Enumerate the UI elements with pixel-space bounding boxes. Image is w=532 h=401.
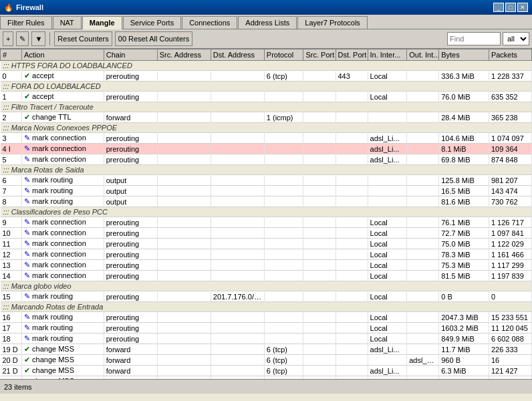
table-cell — [336, 271, 368, 281]
table-cell: ✎ mark routing — [22, 312, 104, 323]
tab-layer7-protocols[interactable]: Layer7 Protocols — [297, 16, 368, 29]
item-count: 23 items — [4, 383, 32, 391]
table-cell — [211, 186, 264, 196]
table-row[interactable]: 16✎ mark routingpreroutingLocal2047.3 Mi… — [1, 312, 532, 323]
reset-all-counters-button[interactable]: 00 Reset All Counters — [115, 31, 192, 46]
table-row[interactable]: 5✎ mark connectionpreroutingadsl_Li...69… — [1, 154, 532, 165]
col-header-dst-addr[interactable]: Dst. Address — [211, 49, 264, 61]
table-row[interactable]: 20 D✔ change MSSforward6 (tcp)adsl_Li...… — [1, 355, 532, 366]
mangle-table-container: # Action Chain Src. Address Dst. Address… — [0, 49, 532, 379]
table-cell: ✎ mark connection — [22, 133, 104, 144]
col-header-src-addr[interactable]: Src. Address — [157, 49, 211, 61]
table-row[interactable]: 15✎ mark routingprerouting201.7.176.0/20… — [1, 291, 532, 302]
col-header-dst-port[interactable]: Dst. Port — [336, 49, 368, 61]
filter-button[interactable]: ▼ — [31, 31, 45, 46]
table-row[interactable]: 14✎ mark connectionpreroutingLocal81.5 M… — [1, 271, 532, 281]
minimize-button[interactable]: _ — [493, 3, 504, 12]
table-cell — [336, 291, 368, 302]
table-row[interactable]: 8✎ mark routingoutput81.6 MiB730 762 — [1, 196, 532, 207]
table-row[interactable]: 1✔ acceptpreroutingLocal76.0 MiB635 352 — [1, 92, 532, 102]
table-cell: 4 I — [1, 144, 22, 154]
edit-button[interactable]: ✎ — [16, 31, 29, 46]
table-cell: adsl_Li... — [368, 144, 407, 154]
table-cell: ✎ mark routing — [22, 323, 104, 333]
table-cell — [336, 112, 368, 123]
tab-connections[interactable]: Connections — [182, 16, 237, 29]
table-cell: Local — [368, 249, 407, 260]
table-cell: 1 122 029 — [489, 239, 531, 249]
table-row[interactable]: 21 D✔ change MSSforward6 (tcp)adsl_Li...… — [1, 366, 532, 376]
table-row[interactable]: 6✎ mark routingoutput125.8 MiB981 207 — [1, 175, 532, 186]
table-row[interactable]: 0✔ acceptprerouting6 (tcp)443Local336.3 … — [1, 71, 532, 82]
table-cell — [407, 92, 439, 102]
table-cell — [157, 271, 211, 281]
table-cell: ✔ accept — [22, 71, 104, 82]
table-cell — [336, 228, 368, 239]
table-cell — [211, 366, 264, 376]
col-header-chain[interactable]: Chain — [104, 49, 157, 61]
table-row[interactable]: 19 D✔ change MSSforward6 (tcp)adsl_Li...… — [1, 344, 532, 355]
table-cell — [303, 291, 336, 302]
table-row[interactable]: 4 I✎ mark connectionpreroutingadsl_Li...… — [1, 144, 532, 154]
tab-address-lists[interactable]: Address Lists — [238, 16, 297, 29]
col-header-out-inter[interactable]: Out. Int... — [407, 49, 439, 61]
table-row[interactable]: 7✎ mark routingoutput16.5 MiB143 474 — [1, 186, 532, 196]
reset-counters-button[interactable]: Reset Counters — [54, 31, 112, 46]
table-cell: 1 097 841 — [489, 228, 531, 239]
close-button[interactable]: ✕ — [517, 3, 528, 12]
col-header-action[interactable]: Action — [22, 49, 104, 61]
search-input[interactable] — [447, 32, 501, 45]
table-cell — [211, 144, 264, 154]
table-cell — [157, 312, 211, 323]
table-cell — [336, 312, 368, 323]
tab-mangle[interactable]: Mangle — [82, 16, 122, 29]
table-cell — [336, 249, 368, 260]
table-cell — [303, 312, 336, 323]
table-cell — [407, 312, 439, 323]
add-button[interactable]: + — [3, 31, 13, 46]
table-cell: ✎ mark routing — [22, 186, 104, 196]
table-cell — [303, 133, 336, 144]
table-cell: Local — [368, 333, 407, 344]
col-header-src-port[interactable]: Src. Port — [303, 49, 336, 61]
col-header-bytes[interactable]: Bytes — [439, 49, 489, 61]
tab-service-ports[interactable]: Service Ports — [123, 16, 181, 29]
table-row[interactable]: 18✎ mark routingpreroutingLocal849.9 MiB… — [1, 333, 532, 344]
maximize-button[interactable]: □ — [505, 3, 516, 12]
table-row[interactable]: 2✔ change TTLforward1 (icmp)28.4 MiB365 … — [1, 112, 532, 123]
table-cell: prerouting — [104, 271, 157, 281]
table-row[interactable]: 10✎ mark connectionpreroutingLocal72.7 M… — [1, 228, 532, 239]
table-row[interactable]: 17✎ mark routingpreroutingLocal1603.2 Mi… — [1, 323, 532, 333]
tab-filter-rules[interactable]: Filter Rules — [0, 16, 52, 29]
table-cell: Local — [368, 312, 407, 323]
table-cell: ✔ change MSS — [22, 344, 104, 355]
table-cell — [303, 228, 336, 239]
search-scope-select[interactable]: all — [503, 32, 529, 45]
table-cell — [157, 333, 211, 344]
table-cell — [211, 133, 264, 144]
table-cell: 14 — [1, 271, 22, 281]
col-header-protocol[interactable]: Protocol — [264, 49, 303, 61]
table-cell: 336.3 MiB — [439, 71, 489, 82]
table-row[interactable]: 11✎ mark connectionpreroutingLocal75.0 M… — [1, 239, 532, 249]
col-header-packets[interactable]: Packets — [489, 49, 531, 61]
table-cell: forward — [104, 366, 157, 376]
table-cell: 81.6 MiB — [439, 196, 489, 207]
col-header-in-inter[interactable]: In. Inter... — [368, 49, 407, 61]
table-row[interactable]: 9✎ mark connectionpreroutingLocal76.1 Mi… — [1, 217, 532, 228]
table-cell — [303, 271, 336, 281]
table-cell: prerouting — [104, 92, 157, 102]
table-cell — [211, 154, 264, 165]
table-row[interactable]: 3✎ mark connectionpreroutingadsl_Li...10… — [1, 133, 532, 144]
table-cell — [407, 239, 439, 249]
table-cell — [157, 366, 211, 376]
table-cell: 6 (tcp) — [264, 344, 303, 355]
table-row[interactable]: 13✎ mark connectionpreroutingLocal75.3 M… — [1, 260, 532, 271]
section-header-row: ::: Filtro Tracert / Traceroute — [1, 102, 532, 112]
tab-nat[interactable]: NAT — [53, 16, 82, 29]
table-row[interactable]: 12✎ mark connectionpreroutingLocal78.3 M… — [1, 249, 532, 260]
table-cell: 6.3 MiB — [439, 366, 489, 376]
table-cell — [336, 239, 368, 249]
firewall-icon: 🔥 — [4, 3, 13, 12]
table-cell: 121 427 — [489, 366, 531, 376]
